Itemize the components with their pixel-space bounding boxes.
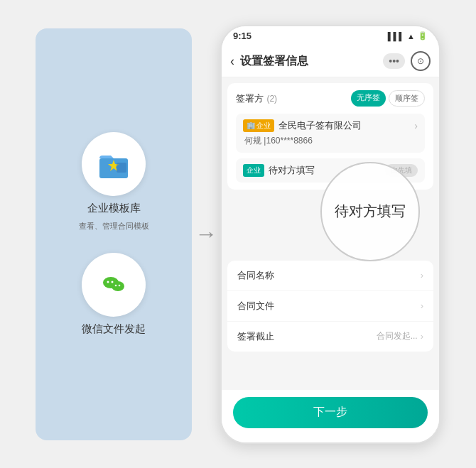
- contract-file-value: ›: [421, 300, 423, 311]
- enterprise-template-sublabel: 查看、管理合同模板: [79, 221, 149, 232]
- svg-rect-2: [117, 163, 126, 173]
- wifi-icon: ▲: [407, 32, 415, 40]
- signers-section: 签署方 (2) 无序签 顺序签 🏢 企业: [227, 83, 433, 190]
- signer-1-chevron: ›: [414, 120, 418, 131]
- main-container: 企业模板库 查看、管理合同模板 微信文件发: [0, 0, 476, 468]
- signer-1-enterprise-tag: 🏢 企业: [243, 119, 274, 132]
- signer-2-placeholder: 待对方填写: [269, 164, 315, 177]
- status-bar: 9:15 ▌▌▌ ▲ 🔋: [222, 26, 439, 46]
- no-order-button[interactable]: 无序签: [351, 90, 386, 107]
- arrow-container: →: [192, 221, 220, 247]
- phone-content: 签署方 (2) 无序签 顺序签 🏢 企业: [222, 77, 439, 390]
- target-icon: ⊙: [417, 56, 424, 66]
- signers-header: 签署方 (2) 无序签 顺序签: [236, 90, 425, 107]
- signer-2-enterprise-tag: 企业: [243, 164, 264, 177]
- order-buttons: 无序签 顺序签: [351, 90, 425, 107]
- svg-point-9: [119, 285, 121, 287]
- wechat-launch-label: 微信文件发起: [82, 322, 146, 336]
- deadline-row[interactable]: 签署截止 合同发起... ›: [227, 322, 433, 352]
- deadline-value: 合同发起... ›: [377, 330, 423, 342]
- contract-file-label: 合同文件: [237, 300, 274, 312]
- svg-point-8: [115, 285, 117, 287]
- enterprise-template-icon: [95, 146, 132, 183]
- wechat-launch-item[interactable]: 微信文件发起: [82, 253, 146, 336]
- nav-bar: ‹ 设置签署信息 ••• ⊙: [222, 46, 439, 77]
- by-fill-button[interactable]: 由先填: [385, 164, 418, 177]
- sequential-button[interactable]: 顺序签: [389, 90, 425, 107]
- wechat-launch-circle: [82, 253, 146, 317]
- phone-mockup: 9:15 ▌▌▌ ▲ 🔋 ‹ 设置签署信息 ••• ⊙: [220, 25, 440, 444]
- svg-point-5: [112, 281, 124, 291]
- signer-card-2[interactable]: 企业 待对方填写 由先填 待对方填写: [236, 158, 425, 183]
- status-time: 9:15: [233, 31, 251, 41]
- signer-2-info: 企业 待对方填写: [243, 164, 315, 177]
- contract-file-chevron: ›: [421, 300, 423, 311]
- signers-title-group: 签署方 (2): [236, 92, 277, 105]
- arrow-icon: →: [195, 221, 217, 247]
- signers-title: 签署方: [236, 93, 264, 104]
- contract-name-value: ›: [421, 270, 423, 281]
- signal-icon: ▌▌▌: [388, 32, 404, 40]
- signer-1-name: 全民电子签有限公司: [278, 119, 362, 132]
- left-panel: 企业模板库 查看、管理合同模板 微信文件发: [36, 28, 192, 440]
- building-icon: 🏢: [247, 121, 255, 129]
- signer-1-contact: 何规 |160****8866: [243, 135, 418, 147]
- status-icons: ▌▌▌ ▲ 🔋: [388, 31, 428, 40]
- back-button[interactable]: ‹: [230, 54, 234, 69]
- deadline-chevron: ›: [421, 331, 423, 342]
- signers-count: (2): [266, 94, 277, 104]
- signer-1-info: 🏢 企业 全民电子签有限公司: [243, 119, 362, 132]
- contract-name-row[interactable]: 合同名称 ›: [227, 261, 433, 291]
- svg-point-7: [112, 281, 114, 283]
- next-button[interactable]: 下一步: [233, 397, 428, 428]
- phone-bottom: 下一步: [222, 390, 439, 442]
- deadline-value-text: 合同发起...: [377, 330, 418, 342]
- more-options-button[interactable]: •••: [383, 53, 405, 69]
- signer-2-top: 企业 待对方填写 由先填: [243, 164, 418, 177]
- contract-name-chevron: ›: [421, 270, 423, 281]
- page-title: 设置签署信息: [240, 54, 383, 69]
- form-section: 合同名称 › 合同文件 › 签署截止 合同发起... ›: [227, 261, 433, 352]
- wechat-icon: [97, 268, 131, 302]
- target-button[interactable]: ⊙: [411, 51, 431, 71]
- deadline-label: 签署截止: [237, 330, 274, 343]
- signer-1-top: 🏢 企业 全民电子签有限公司 ›: [243, 119, 418, 132]
- signer-card-1[interactable]: 🏢 企业 全民电子签有限公司 › 何规 |160****8866: [236, 114, 425, 153]
- battery-icon: 🔋: [418, 31, 428, 40]
- nav-actions: ••• ⊙: [383, 51, 431, 71]
- tooltip-circle: 待对方填写: [320, 162, 420, 261]
- svg-point-6: [107, 281, 109, 283]
- contract-file-row[interactable]: 合同文件 ›: [227, 291, 433, 322]
- tooltip-text: 待对方填写: [335, 202, 406, 221]
- enterprise-template-item[interactable]: 企业模板库 查看、管理合同模板: [79, 132, 149, 232]
- enterprise-template-label: 企业模板库: [87, 202, 141, 215]
- enterprise-template-circle: [82, 132, 146, 196]
- contract-name-label: 合同名称: [237, 269, 274, 282]
